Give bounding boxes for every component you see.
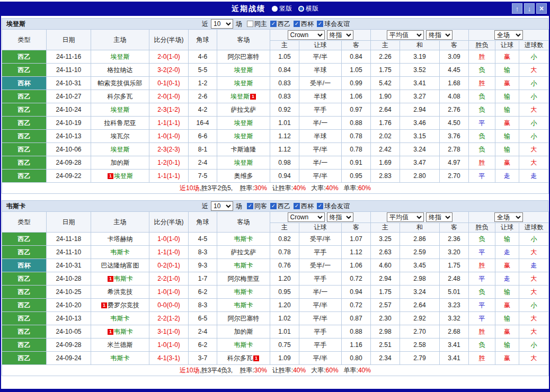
asian-handicap-line: 平手: [299, 103, 342, 117]
result-header: 胜负: [469, 223, 495, 233]
euro-draw-odds: 2.92: [400, 312, 440, 325]
match-score: 2-2(1-2): [149, 312, 189, 325]
same-venue-checkbox[interactable]: ✓同客: [247, 202, 267, 211]
asian-odds-dropdowns: Crown终指: [270, 212, 371, 223]
home-team-cell: 米兰德斯: [91, 338, 149, 352]
column-header-away: 客场: [217, 212, 270, 233]
handicap-result: 输: [495, 233, 519, 246]
euro-odds-type-select[interactable]: 终指: [426, 30, 453, 40]
result-header: 胜负: [469, 41, 495, 50]
match-date: 24-09-22: [47, 170, 91, 183]
handicap-result: 赢: [495, 50, 519, 64]
euro-away-odds: 4.45: [440, 64, 469, 77]
recent-count-select[interactable]: 10: [211, 201, 233, 211]
league-filter-checkbox-0[interactable]: ✓西乙: [270, 20, 290, 29]
corner-stat: 6-2: [189, 286, 217, 299]
summary-games: 近10场: [180, 184, 199, 192]
team-name-text: 萨拉戈萨: [231, 106, 256, 113]
recent-count-select[interactable]: 10: [211, 19, 233, 29]
match-date: 24-11-16: [47, 50, 91, 64]
euro-odds-type-select[interactable]: 终指: [426, 212, 453, 222]
match-date: 24-09-28: [47, 156, 91, 170]
league-filter-checkbox-1[interactable]: ✓西杯: [294, 202, 314, 211]
same-venue-checkbox[interactable]: 同主: [247, 20, 267, 29]
move-up-button[interactable]: ↑: [512, 3, 522, 14]
match-score: 0-2(0-1): [149, 259, 189, 272]
asian-handicap-line: 平手: [299, 325, 342, 338]
asian-handicap-line: 受平/半: [299, 233, 342, 246]
recent-label: 近: [202, 20, 208, 29]
match-row: 西乙24-10-13韦斯卡2-2(1-2)6-5阿尔巴塞特1.02平/半0.87…: [2, 312, 549, 325]
home-team-cell: 格拉纳达: [91, 64, 149, 77]
euro-away-odds: 2.70: [440, 170, 469, 183]
titlebar-center: 近期战绩 竖版 横版: [232, 4, 318, 14]
league-filter-checkbox-2[interactable]: ✓球会友谊: [317, 20, 350, 29]
euro-away-odds: 3.41: [440, 338, 469, 352]
asian-away-odds: 1.06: [342, 90, 371, 103]
asian-home-header: 主: [270, 41, 299, 50]
match-row: 西乙24-10-25希洪竞技1-0(1-0)6-2韦斯卡0.95半/一0.941…: [2, 286, 549, 299]
euro-home-odds: 1.90: [371, 90, 400, 103]
euro-away-odds: 3.32: [440, 312, 469, 325]
team-name-text: 韦斯卡: [111, 248, 130, 256]
column-header-type: 类型: [2, 212, 47, 233]
euro-home-odds: 1.76: [371, 117, 400, 130]
goals-result: 大: [519, 64, 549, 77]
euro-average-select[interactable]: 平均值: [387, 212, 424, 222]
corner-stat: 6-5: [189, 312, 217, 325]
column-header-home: 主场: [91, 30, 149, 50]
corner-stat: 16-4: [189, 117, 217, 130]
euro-away-odds: 4.08: [440, 90, 469, 103]
league-filter-checkbox-0[interactable]: ✓西乙: [270, 202, 290, 211]
team-name-text: 加的斯: [234, 328, 253, 335]
league-filter-checkbox-1[interactable]: ✓西杯: [294, 20, 314, 29]
same-venue-checkbox-label: 同主: [254, 20, 267, 29]
asian-away-odds: 0.94: [342, 286, 371, 299]
move-down-button[interactable]: ↓: [524, 3, 535, 14]
league-filter-checkbox-2[interactable]: ✓球会友谊: [317, 202, 350, 211]
column-header-away: 客场: [217, 30, 270, 50]
euro-average-select[interactable]: 平均值: [387, 30, 424, 40]
euro-home-odds: 2.26: [371, 50, 400, 64]
asian-handicap-line: 受半/一: [299, 259, 342, 272]
match-score: 3-2(2-0): [149, 64, 189, 77]
euro-away-odds: 3.23: [440, 299, 469, 312]
euro-home-odds: 4.60: [371, 259, 400, 272]
win-loss-result: 负: [469, 233, 495, 246]
asian-home-odds: 1.12: [270, 130, 299, 143]
asian-away-odds: 1.05: [342, 64, 371, 77]
league-badge: 西杯: [2, 259, 47, 272]
win-loss-result: 平: [469, 272, 495, 286]
scope-select[interactable]: 全场: [494, 30, 523, 40]
summary-row: 近10场,胜3平4负3, 胜率:30%让胜率:40%大率:60%单率:40%: [2, 365, 549, 376]
layout-horizontal-radio[interactable]: 横版: [298, 4, 318, 13]
summary-stat-value: 30%: [254, 367, 267, 374]
bookmaker-select[interactable]: Crown: [288, 212, 325, 222]
match-score: 3-1(1-0): [149, 325, 189, 338]
close-button[interactable]: ×: [536, 3, 547, 14]
bookmaker-select[interactable]: Crown: [288, 30, 325, 40]
euro-draw-odds: 3.15: [400, 130, 440, 143]
match-date: 24-10-31: [47, 77, 91, 90]
home-team-cell: 1埃登斯: [91, 170, 149, 183]
match-row: 西乙24-09-28加的斯1-2(0-1)2-4埃登斯0.98半/一0.911.…: [2, 156, 549, 170]
summary-stat-value: 40%: [358, 367, 371, 374]
match-date: 24-10-27: [47, 90, 91, 103]
win-loss-result: 胜: [469, 325, 495, 338]
asian-odds-type-select[interactable]: 终指: [327, 30, 353, 40]
asian-odds-type-select[interactable]: 终指: [327, 212, 353, 222]
summary-stat-value: 40%: [326, 184, 339, 192]
column-header-type: 类型: [2, 30, 47, 50]
layout-vertical-radio[interactable]: 竖版: [272, 4, 292, 13]
euro-home-odds: 1.75: [371, 286, 400, 299]
euro-home-odds: 2.64: [371, 103, 400, 117]
handicap-result-header: 让球: [495, 223, 519, 233]
match-score: 2-0(1-0): [149, 90, 189, 103]
scope-select[interactable]: 全场: [494, 212, 523, 222]
handicap-result: 输: [495, 130, 519, 143]
league-filter-checkbox-0-label: 西乙: [278, 20, 290, 29]
team-name-text: 韦斯卡: [234, 235, 253, 243]
summary-record: ,胜3平4负3,: [199, 367, 234, 374]
euro-home-header: 主: [371, 41, 400, 50]
asian-home-header: 主: [270, 223, 299, 233]
